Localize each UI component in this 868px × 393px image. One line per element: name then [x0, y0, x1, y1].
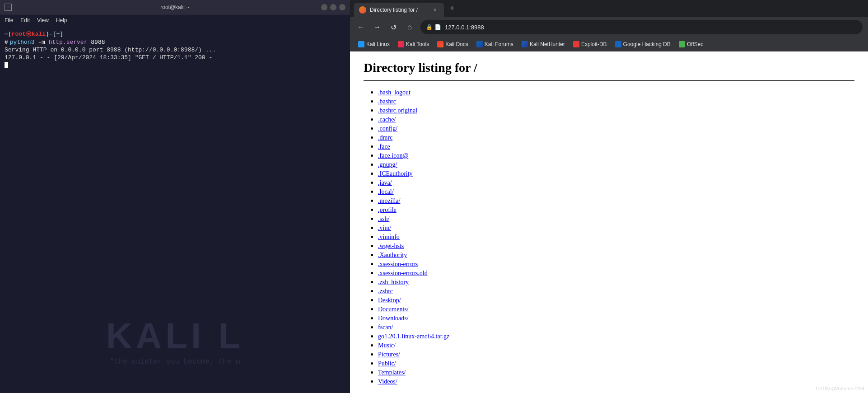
bookmark-kali-tools[interactable]: Kali Tools	[394, 40, 433, 49]
address-url[interactable]: 127.0.0.1:8988	[445, 24, 857, 31]
file-link[interactable]: .zsh_history	[378, 279, 409, 285]
file-link[interactable]: Public/	[378, 360, 396, 367]
bookmark-favicon-kali-docs	[437, 41, 443, 47]
address-icons: 🔒 📄	[426, 24, 441, 30]
terminal-window-icon: □	[5, 4, 12, 11]
file-link[interactable]: .vim/	[378, 225, 391, 231]
output-line-1: Serving HTTP on 0.0.0.0 port 8988 (http:…	[5, 47, 345, 53]
new-tab-button[interactable]: +	[446, 2, 458, 14]
menu-help[interactable]: Help	[56, 17, 67, 23]
list-item: .viminfo	[378, 233, 854, 241]
list-item: .java/	[378, 178, 854, 187]
cmd-args	[87, 39, 91, 46]
prompt-bracket-open: ─(	[5, 31, 12, 37]
file-link[interactable]: .xsession-errors.old	[378, 270, 428, 276]
minimize-btn[interactable]	[321, 4, 327, 10]
file-link[interactable]: Documents/	[378, 306, 409, 313]
cmd-m-flag: -m	[38, 39, 45, 46]
terminal-panel: □ root@kali: ~ File Edit View Help ─( ro…	[0, 0, 350, 393]
browser-content[interactable]: Directory listing for / .bash_logout.bas…	[350, 51, 868, 393]
cmd-module: http.server	[49, 39, 88, 46]
bookmark-favicon-google-hacking	[615, 41, 621, 47]
list-item: fscan/	[378, 323, 854, 331]
prompt-bracket-close: )-[	[46, 31, 56, 37]
list-item: Templates/	[378, 368, 854, 376]
close-btn[interactable]	[339, 4, 345, 10]
bookmark-kali-forums[interactable]: Kali Forums	[473, 40, 517, 49]
bookmark-kali-linux[interactable]: Kali Linux	[355, 40, 393, 49]
forward-button[interactable]: →	[370, 20, 384, 34]
file-link[interactable]: .dmrc	[378, 134, 392, 141]
home-button[interactable]: ⌂	[402, 20, 417, 34]
file-link[interactable]: .mozilla/	[378, 197, 400, 204]
bookmark-label-google-hacking: Google Hacking DB	[623, 41, 671, 47]
file-link[interactable]: .bashrc.original	[378, 107, 417, 114]
bookmark-label-kali-forums: Kali Forums	[485, 41, 513, 47]
bookmark-favicon-kali-tools	[398, 41, 404, 47]
terminal-titlebar: □ root@kali: ~	[0, 0, 350, 14]
kali-quote: "the quieter you become, the m	[0, 358, 350, 366]
file-link[interactable]: .java/	[378, 179, 392, 186]
file-link[interactable]: .wget-hsts	[378, 243, 404, 249]
list-item: .local/	[378, 187, 854, 196]
file-link[interactable]: .gnupg/	[378, 161, 397, 168]
menu-view[interactable]: View	[37, 17, 49, 23]
file-link[interactable]: .local/	[378, 188, 394, 195]
bookmark-google-hacking[interactable]: Google Hacking DB	[611, 40, 674, 49]
bookmark-exploit-db[interactable]: Exploit-DB	[569, 40, 611, 49]
file-link[interactable]: .cache/	[378, 116, 396, 123]
command-line: # python3 -m http.server 8988	[5, 39, 345, 46]
terminal-cursor	[5, 62, 8, 68]
list-item: go1.20.1.linux-amd64.tar.gz	[378, 332, 854, 340]
file-link[interactable]: .bashrc	[378, 98, 396, 105]
bookmark-favicon-offsec	[679, 41, 685, 47]
file-link[interactable]: .ICEauthority	[378, 170, 413, 177]
file-link[interactable]: .viminfo	[378, 234, 400, 240]
list-item: .mozilla/	[378, 196, 854, 205]
browser-toolbar: ← → ↺ ⌂ 🔒 📄 127.0.0.1:8988	[350, 17, 868, 37]
browser-tab-active[interactable]: Directory listing for / ×	[354, 3, 444, 17]
maximize-btn[interactable]	[330, 4, 336, 10]
file-link[interactable]: Music/	[378, 342, 396, 349]
file-link[interactable]: Templates/	[378, 369, 406, 376]
bookmark-offsec[interactable]: OffSec	[675, 40, 707, 49]
file-link[interactable]: Desktop/	[378, 297, 401, 304]
cmd-port: 8988	[91, 39, 105, 46]
file-link[interactable]: fscan/	[378, 324, 393, 331]
file-link[interactable]: .profile	[378, 206, 397, 213]
list-item: .bashrc	[378, 97, 854, 105]
file-link[interactable]: go1.20.1.linux-amd64.tar.gz	[378, 333, 449, 340]
list-item: .zshrc	[378, 287, 854, 295]
refresh-button[interactable]: ↺	[386, 20, 401, 34]
prompt-dir-close: ]	[60, 31, 63, 37]
file-link[interactable]: .face	[378, 143, 390, 150]
address-bar[interactable]: 🔒 📄 127.0.0.1:8988	[420, 20, 863, 34]
file-link[interactable]: .ssh/	[378, 215, 389, 222]
file-link[interactable]: Downloads/	[378, 315, 409, 322]
file-link[interactable]: .Xauthority	[378, 252, 407, 258]
list-item: .Xauthority	[378, 251, 854, 259]
file-link[interactable]: .bash_logout	[378, 89, 411, 96]
file-link[interactable]: .zshrc	[378, 288, 393, 295]
menu-file[interactable]: File	[5, 17, 13, 23]
bookmarks-bar: Kali Linux Kali Tools Kali Docs Kali For…	[350, 37, 868, 51]
menu-edit[interactable]: Edit	[20, 17, 30, 23]
back-button[interactable]: ←	[354, 20, 368, 34]
terminal-content[interactable]: ─( root ㉿ kali )-[ ~ ] # python3 -m http…	[0, 26, 350, 393]
file-link[interactable]: .xsession-errors	[378, 261, 418, 267]
bookmark-favicon-kali-nethunter	[522, 41, 528, 47]
output-line-2: 127.0.0.1 - - [29/Apr/2024 18:33:35] "GE…	[5, 54, 345, 61]
file-link[interactable]: Videos/	[378, 378, 397, 385]
file-link[interactable]: .face.icon@	[378, 152, 408, 159]
bookmark-label-exploit-db: Exploit-DB	[581, 41, 607, 47]
tab-close-btn[interactable]: ×	[431, 6, 439, 14]
kali-watermark: KALI L "the quieter you become, the m	[0, 318, 350, 366]
file-link[interactable]: .config/	[378, 125, 397, 132]
bookmark-kali-nethunter[interactable]: Kali NetHunter	[518, 40, 569, 49]
file-link[interactable]: Pictures/	[378, 351, 400, 358]
bookmark-label-kali-docs: Kali Docs	[445, 41, 468, 47]
bookmark-favicon-kali-linux	[358, 41, 364, 47]
bookmark-kali-docs[interactable]: Kali Docs	[434, 40, 472, 49]
watermark: CSDN @Autumn7299	[816, 386, 864, 391]
cmd-flag	[34, 39, 38, 46]
